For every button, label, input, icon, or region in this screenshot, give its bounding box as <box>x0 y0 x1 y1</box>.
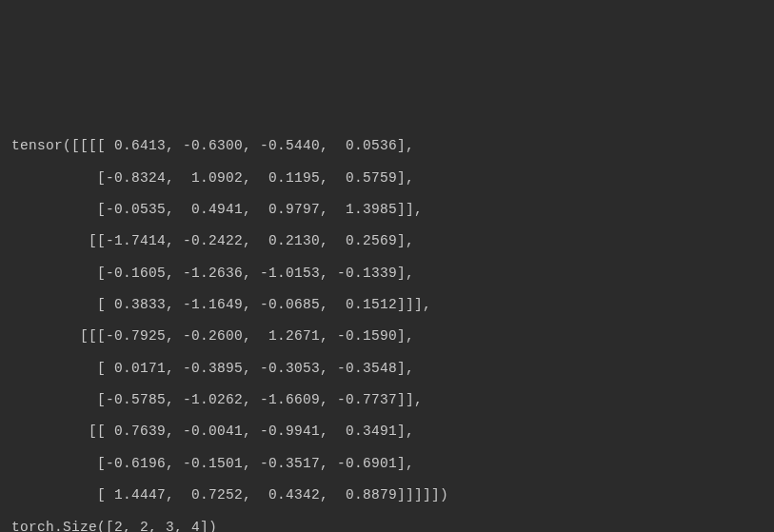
tensor-line: tensor([[[[ 0.6413, -0.6300, -0.5440, 0.… <box>11 130 763 162</box>
tensor-line: [ 0.3833, -1.1649, -0.0685, 0.1512]]], <box>11 289 763 321</box>
tensor-line: [[[-0.7925, -0.2600, 1.2671, -0.1590], <box>11 321 763 352</box>
size-line: torch.Size([2, 2, 3, 4]) <box>11 512 763 533</box>
tensor-line: [[-1.7414, -0.2422, 0.2130, 0.2569], <box>11 226 763 257</box>
tensor-line: [-0.8324, 1.0902, 0.1195, 0.5759], <box>11 163 763 194</box>
tensor-line: [ 1.4447, 0.7252, 0.4342, 0.8879]]]]]) <box>11 480 763 511</box>
tensor-line: [-0.5785, -1.0262, -1.6609, -0.7737]], <box>11 384 763 416</box>
tensor-line: [-0.0535, 0.4941, 0.9797, 1.3985]], <box>11 194 763 226</box>
tensor-line: [[ 0.7639, -0.0041, -0.9941, 0.3491], <box>11 416 763 447</box>
tensor-line: [-0.6196, -0.1501, -0.3517, -0.6901], <box>11 448 763 480</box>
tensor-line: [ 0.0171, -0.3895, -0.3053, -0.3548], <box>11 353 763 384</box>
tensor-line: [-0.1605, -1.2636, -1.0153, -0.1339], <box>11 258 763 289</box>
tensor-output: tensor([[[[ 0.6413, -0.6300, -0.5440, 0.… <box>11 130 763 532</box>
